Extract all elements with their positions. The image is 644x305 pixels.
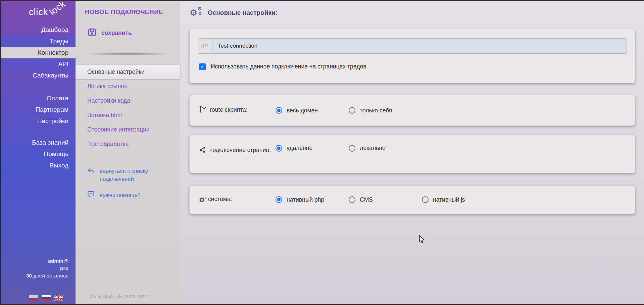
account-plan: pro [26,265,68,272]
connection-name-card: @ ✓ Использовать данное подключение на с… [189,29,635,83]
uk-flag-icon[interactable] [54,295,63,301]
copyright-text: © clicklock.site 2020-2021 [90,294,148,299]
page-connection-card: подключение страниц: удалённо локально [189,134,635,173]
nav-spacer [0,127,76,137]
option-cms[interactable]: CMS [349,196,422,203]
tab-integrations[interactable]: Сторонние интеграции [76,122,180,137]
help-link-label: нужна помощь? [100,192,140,198]
radio-icon[interactable] [276,145,282,152]
gears-icon: ⚙ ⚙ ⚙ [190,7,204,19]
language-switcher [29,295,76,301]
need-help-link[interactable]: нужна помощь? [87,190,180,200]
back-link-label: вернуться к спискуподключений [100,167,148,183]
sidebar-item-api[interactable]: API [0,58,76,70]
save-floppy-icon [88,28,97,38]
connection-name-group: @ [198,38,627,54]
option-remote[interactable]: удалённо [276,145,349,152]
sidebar-item-settings[interactable]: Настройки [0,115,76,127]
radio-icon[interactable] [349,145,355,152]
logo-text-click: click [29,7,48,17]
tab-link-logic[interactable]: Логика ссылок [76,79,180,94]
option-native-js[interactable]: нативный js [422,196,465,203]
connection-name-input[interactable] [212,38,627,54]
account-info: admin@ pro 30 дней осталось [26,257,76,279]
panel-divider [84,52,172,55]
page-header: ⚙ ⚙ ⚙ Основные настройки: [190,7,644,19]
help-bubble-plus-icon [87,190,95,200]
poland-flag-icon[interactable] [29,295,38,301]
page-title: Основные настройки: [208,9,278,16]
account-email: admin@ [26,257,68,265]
radio-icon[interactable] [422,196,429,203]
sidebar-item-threads[interactable]: Треды [0,36,76,47]
connection-settings-nav: Основные настройки Логика ссылок Настрой… [76,65,180,151]
sidebar-item-partners[interactable]: Партнерам [0,104,76,115]
main-content: ⚙ ⚙ ⚙ Основные настройки: @ ✓ Использова… [180,0,644,305]
logo-text-lock: lock [47,0,68,18]
option-only-self[interactable]: только себя [349,107,392,114]
at-icon: @ [202,43,208,49]
route-icon [199,106,206,117]
option-local[interactable]: локально [349,145,386,152]
screen-edge-bottom [0,304,644,305]
sidebar-item-subaccounts[interactable]: Сабакаунты [0,70,76,81]
gear-plus-icon: ⚙+ [199,195,205,206]
system-card: ⚙+система: нативный php CMS нативный js [189,185,635,214]
undo-arrow-icon [87,167,95,183]
connection-panel: НОВОЕ ПОДКЛЮЧЕНИЕ сохранить Основные нас… [76,0,180,305]
sidebar-item-payment[interactable]: Оплата [0,93,76,104]
radio-icon[interactable] [276,107,282,114]
radio-icon[interactable] [349,107,355,114]
mouse-cursor [418,235,426,245]
route-script-options: весь домен только себя [276,107,392,114]
system-options: нативный php CMS нативный js [276,196,465,203]
radio-icon[interactable] [349,196,355,203]
clicklock-logo[interactable]: click lock [0,0,76,24]
tab-html-insert[interactable]: Вставка html [76,108,180,122]
page-connection-label: подключение страниц: [199,145,276,157]
panel-title: НОВОЕ ПОДКЛЮЧЕНИЕ [85,8,180,16]
system-label: ⚙+система: [199,194,276,206]
primary-sidebar: click lock Дашборд Треды Коннектор API С… [0,0,76,305]
save-button[interactable]: сохранить [88,28,180,38]
option-whole-domain[interactable]: весь домен [276,107,349,114]
nav-spacer [0,81,76,93]
tab-basic-settings[interactable]: Основные настройки [76,65,180,79]
tab-code-settings[interactable]: Настройки кода [76,94,180,108]
account-days-left: 30 дней осталось [26,272,68,279]
sidebar-item-help[interactable]: Помощь [0,148,76,160]
save-button-label: сохранить [101,30,132,37]
russia-flag-icon[interactable] [42,295,51,301]
use-on-threads-label: Использовать данное подключение на стран… [211,63,368,70]
primary-nav: Дашборд Треды Коннектор API Сабакаунты О… [0,24,76,171]
use-on-threads-row[interactable]: ✓ Использовать данное подключение на стр… [199,63,635,70]
sidebar-item-knowledge-base[interactable]: База знаний [0,137,76,148]
screen-edge-top [0,0,644,1]
sidebar-item-logout[interactable]: Выход [0,160,76,171]
sidebar-item-connector[interactable]: Коннектор [0,47,76,58]
screen-edge-left [0,0,1,305]
use-on-threads-checkbox[interactable]: ✓ [199,63,206,70]
route-script-card: route скрипта: весь домен только себя [189,95,635,126]
back-to-connections-link[interactable]: вернуться к спискуподключений [87,167,180,183]
sidebar-item-dashboard[interactable]: Дашборд [0,24,76,36]
check-icon: ✓ [200,64,205,69]
route-script-label: route скрипта: [199,104,276,117]
share-icon [199,146,206,157]
at-addon: @ [198,38,212,54]
option-native-php[interactable]: нативный php [276,196,349,203]
radio-icon[interactable] [276,196,282,203]
page-connection-options: удалённо локально [276,145,386,152]
tab-postprocessing[interactable]: Постобработка [76,137,180,151]
